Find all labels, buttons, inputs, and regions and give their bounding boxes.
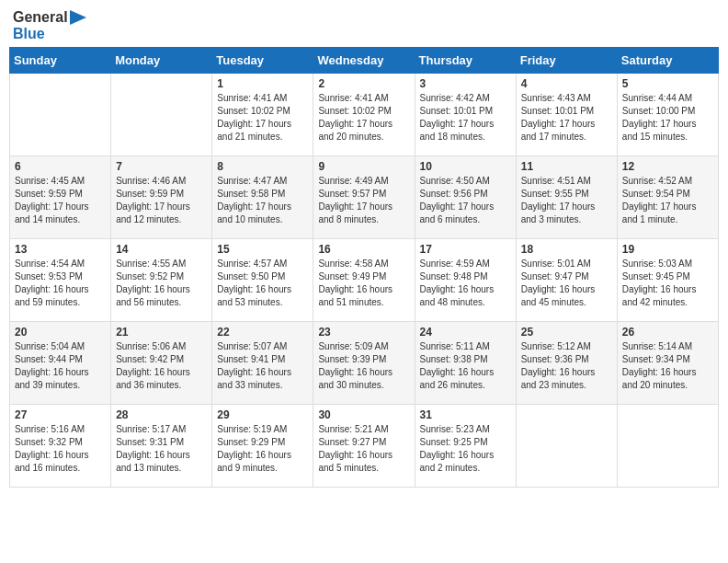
day-info: Sunrise: 5:01 AMSunset: 9:47 PMDaylight:… (521, 258, 612, 309)
calendar-cell: 10Sunrise: 4:50 AMSunset: 9:56 PMDayligh… (415, 156, 516, 239)
day-info: Sunrise: 5:03 AMSunset: 9:45 PMDaylight:… (622, 258, 713, 309)
day-info: Sunrise: 5:07 AMSunset: 9:41 PMDaylight:… (217, 340, 308, 392)
calendar-cell: 3Sunrise: 4:42 AMSunset: 10:01 PMDayligh… (415, 74, 516, 156)
day-info: Sunrise: 5:21 AMSunset: 9:27 PMDaylight:… (318, 423, 409, 475)
day-header-thursday: Thursday (415, 48, 516, 74)
svg-marker-0 (70, 10, 86, 25)
day-number: 13 (15, 243, 106, 256)
day-info: Sunrise: 5:23 AMSunset: 9:25 PMDaylight:… (420, 423, 511, 475)
calendar-cell: 26Sunrise: 5:14 AMSunset: 9:34 PMDayligh… (617, 322, 718, 405)
logo: General Blue (13, 9, 86, 41)
calendar-week-row: 20Sunrise: 5:04 AMSunset: 9:44 PMDayligh… (10, 322, 719, 405)
day-info: Sunrise: 4:41 AMSunset: 10:02 PMDaylight… (217, 92, 308, 144)
day-header-monday: Monday (111, 48, 212, 74)
calendar-cell: 9Sunrise: 4:49 AMSunset: 9:57 PMDaylight… (313, 156, 415, 239)
calendar-cell: 19Sunrise: 5:03 AMSunset: 9:45 PMDayligh… (617, 239, 718, 322)
day-number: 16 (318, 243, 409, 256)
day-number: 26 (622, 326, 713, 339)
day-info: Sunrise: 5:09 AMSunset: 9:39 PMDaylight:… (318, 340, 409, 392)
day-info: Sunrise: 4:54 AMSunset: 9:53 PMDaylight:… (15, 258, 106, 309)
day-info: Sunrise: 4:45 AMSunset: 9:59 PMDaylight:… (15, 175, 106, 226)
day-number: 22 (217, 326, 308, 339)
day-header-wednesday: Wednesday (313, 48, 415, 74)
day-number: 25 (521, 326, 612, 339)
day-info: Sunrise: 4:52 AMSunset: 9:54 PMDaylight:… (622, 175, 713, 226)
day-info: Sunrise: 5:06 AMSunset: 9:42 PMDaylight:… (116, 340, 207, 392)
day-number: 14 (116, 243, 207, 256)
day-number: 29 (217, 408, 308, 421)
day-number: 7 (116, 160, 207, 173)
calendar-cell: 28Sunrise: 5:17 AMSunset: 9:31 PMDayligh… (111, 405, 212, 488)
logo-blue: Blue (13, 26, 45, 42)
day-number: 31 (420, 408, 511, 421)
calendar-week-row: 1Sunrise: 4:41 AMSunset: 10:02 PMDayligh… (10, 74, 719, 156)
calendar-cell: 5Sunrise: 4:44 AMSunset: 10:00 PMDayligh… (617, 74, 718, 156)
calendar-cell: 30Sunrise: 5:21 AMSunset: 9:27 PMDayligh… (313, 405, 415, 488)
calendar-cell: 17Sunrise: 4:59 AMSunset: 9:48 PMDayligh… (415, 239, 516, 322)
day-number: 20 (15, 326, 106, 339)
day-number: 28 (116, 408, 207, 421)
day-info: Sunrise: 5:12 AMSunset: 9:36 PMDaylight:… (521, 340, 612, 392)
calendar-cell (617, 405, 718, 488)
calendar-cell: 22Sunrise: 5:07 AMSunset: 9:41 PMDayligh… (212, 322, 313, 405)
day-info: Sunrise: 4:44 AMSunset: 10:00 PMDaylight… (622, 92, 713, 144)
calendar-cell (111, 74, 212, 156)
day-number: 6 (15, 160, 106, 173)
calendar-cell: 15Sunrise: 4:57 AMSunset: 9:50 PMDayligh… (212, 239, 313, 322)
calendar-header-row: SundayMondayTuesdayWednesdayThursdayFrid… (10, 48, 719, 74)
day-info: Sunrise: 5:04 AMSunset: 9:44 PMDaylight:… (15, 340, 106, 392)
day-number: 9 (318, 160, 409, 173)
day-header-friday: Friday (516, 48, 617, 74)
calendar-cell: 2Sunrise: 4:41 AMSunset: 10:02 PMDayligh… (313, 74, 415, 156)
calendar-cell: 7Sunrise: 4:46 AMSunset: 9:59 PMDaylight… (111, 156, 212, 239)
day-info: Sunrise: 4:51 AMSunset: 9:55 PMDaylight:… (521, 175, 612, 226)
day-number: 21 (116, 326, 207, 339)
day-number: 3 (420, 77, 511, 90)
day-number: 1 (217, 77, 308, 90)
calendar-cell: 4Sunrise: 4:43 AMSunset: 10:01 PMDayligh… (516, 74, 617, 156)
calendar-cell: 12Sunrise: 4:52 AMSunset: 9:54 PMDayligh… (617, 156, 718, 239)
day-number: 30 (318, 408, 409, 421)
calendar-cell (516, 405, 617, 488)
day-info: Sunrise: 5:17 AMSunset: 9:31 PMDaylight:… (116, 423, 207, 475)
day-header-tuesday: Tuesday (212, 48, 313, 74)
day-number: 8 (217, 160, 308, 173)
day-number: 18 (521, 243, 612, 256)
logo-graphic: General Blue (13, 9, 86, 41)
day-info: Sunrise: 5:16 AMSunset: 9:32 PMDaylight:… (15, 423, 106, 475)
day-info: Sunrise: 4:47 AMSunset: 9:58 PMDaylight:… (217, 175, 308, 226)
calendar-week-row: 13Sunrise: 4:54 AMSunset: 9:53 PMDayligh… (10, 239, 719, 322)
day-header-saturday: Saturday (617, 48, 718, 74)
calendar-cell: 24Sunrise: 5:11 AMSunset: 9:38 PMDayligh… (415, 322, 516, 405)
day-number: 19 (622, 243, 713, 256)
day-header-sunday: Sunday (10, 48, 111, 74)
logo-general: General (13, 9, 68, 26)
calendar-cell: 13Sunrise: 4:54 AMSunset: 9:53 PMDayligh… (10, 239, 111, 322)
day-info: Sunrise: 4:49 AMSunset: 9:57 PMDaylight:… (318, 175, 409, 226)
day-number: 11 (521, 160, 612, 173)
calendar-week-row: 6Sunrise: 4:45 AMSunset: 9:59 PMDaylight… (10, 156, 719, 239)
day-number: 27 (15, 408, 106, 421)
day-info: Sunrise: 4:59 AMSunset: 9:48 PMDaylight:… (420, 258, 511, 309)
calendar-cell: 27Sunrise: 5:16 AMSunset: 9:32 PMDayligh… (10, 405, 111, 488)
day-number: 17 (420, 243, 511, 256)
calendar-cell: 1Sunrise: 4:41 AMSunset: 10:02 PMDayligh… (212, 74, 313, 156)
calendar-cell: 31Sunrise: 5:23 AMSunset: 9:25 PMDayligh… (415, 405, 516, 488)
day-info: Sunrise: 5:11 AMSunset: 9:38 PMDaylight:… (420, 340, 511, 392)
calendar-cell: 16Sunrise: 4:58 AMSunset: 9:49 PMDayligh… (313, 239, 415, 322)
calendar-cell (10, 74, 111, 156)
calendar-cell: 23Sunrise: 5:09 AMSunset: 9:39 PMDayligh… (313, 322, 415, 405)
day-info: Sunrise: 4:42 AMSunset: 10:01 PMDaylight… (420, 92, 511, 144)
calendar-cell: 20Sunrise: 5:04 AMSunset: 9:44 PMDayligh… (10, 322, 111, 405)
calendar-cell: 25Sunrise: 5:12 AMSunset: 9:36 PMDayligh… (516, 322, 617, 405)
calendar-cell: 8Sunrise: 4:47 AMSunset: 9:58 PMDaylight… (212, 156, 313, 239)
day-number: 10 (420, 160, 511, 173)
day-number: 12 (622, 160, 713, 173)
calendar-cell: 29Sunrise: 5:19 AMSunset: 9:29 PMDayligh… (212, 405, 313, 488)
day-number: 24 (420, 326, 511, 339)
day-number: 4 (521, 77, 612, 90)
calendar-cell: 14Sunrise: 4:55 AMSunset: 9:52 PMDayligh… (111, 239, 212, 322)
day-info: Sunrise: 4:55 AMSunset: 9:52 PMDaylight:… (116, 258, 207, 309)
calendar-cell: 18Sunrise: 5:01 AMSunset: 9:47 PMDayligh… (516, 239, 617, 322)
logo-arrow-icon (70, 10, 86, 25)
